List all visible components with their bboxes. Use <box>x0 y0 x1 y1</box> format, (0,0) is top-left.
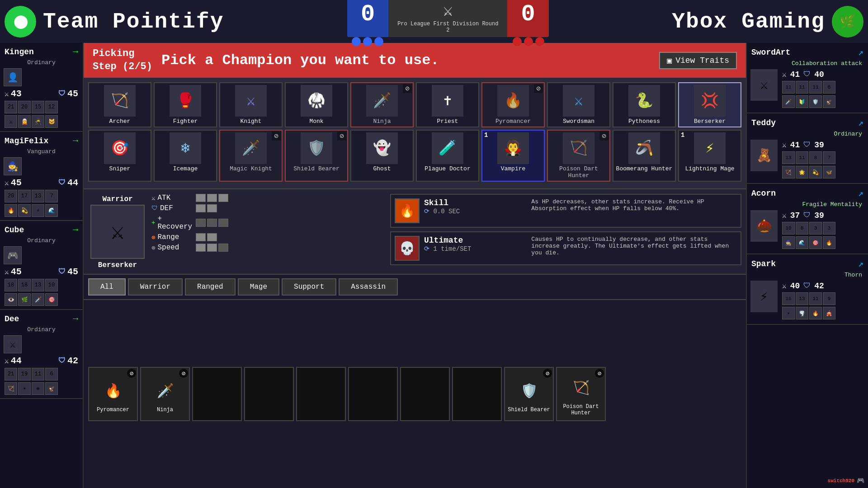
filter-tab-mage[interactable]: Mage <box>238 278 279 296</box>
right-player-section-1: Teddy ↗ Ordinary 🧸 ⚔ 41 🛡 39 131187 🏹🌟💫🦋 <box>747 113 868 184</box>
right-sidebar: SwordArt ↗ Collaboration attack ⚔️ ⚔ 41 … <box>746 43 868 488</box>
right-player-arrow-0[interactable]: ↗ <box>858 47 863 58</box>
ban-icon-13: ⊘ <box>337 131 346 141</box>
left-player-section-0: Kingen → Ordinary 👤 ⚔ 43 🛡 45 21201512 ⚔… <box>0 43 83 132</box>
right-player-arrow-1[interactable]: ↗ <box>858 117 863 128</box>
atk-bar-2 <box>207 194 217 202</box>
champion-grid-area: 🏹 Archer 🥊 Fighter ⚔️ Knight 🥋 Monk ⊘ 🗡️… <box>84 78 746 188</box>
left-player-arrow-0[interactable]: → <box>73 47 78 57</box>
left-player-avatar-row-1: 🧙 <box>2 156 80 177</box>
filter-tab-support[interactable]: Support <box>282 278 336 296</box>
champion-card-ninja[interactable]: ⊘ 🗡️ Ninja <box>350 82 414 127</box>
champion-card-magic-knight[interactable]: ⊘ 🗡️ Magic Knight <box>219 130 283 182</box>
left-stat-atk-0: ⚔ 43 <box>5 89 22 99</box>
champion-card-icemage[interactable]: ❄️ Icemage <box>154 130 217 182</box>
right-player-section-2: Acorn ↗ Fragile Mentality 🌰 ⚔ 37 🛡 39 10… <box>747 184 868 254</box>
right-champ-icon-2-1: 🌊 <box>796 236 808 249</box>
left-mini-stat-1-1: 17 <box>18 190 31 202</box>
right-player-name-2: Acorn <box>751 189 776 198</box>
champ-name-19: Lightning Mage <box>685 165 734 172</box>
champion-card-ghost[interactable]: 👻 Ghost <box>350 130 414 182</box>
center-area: Picking Step (2/5) Pick a Champion you w… <box>84 43 746 488</box>
left-player-section-2: Cube → Ordinary 🎮 ⚔ 45 🛡 45 18181310 👁️🌿… <box>0 221 83 310</box>
pick-header: Picking Step (2/5) Pick a Champion you w… <box>84 43 746 78</box>
right-mini-stat-3-3: 9 <box>823 292 835 305</box>
right-stats-row-3: ⚔ 40 🛡 42 <box>780 281 864 291</box>
bottom-ban-icon-1: ⊘ <box>179 369 188 378</box>
left-player-arrow-2[interactable]: → <box>73 225 78 235</box>
left-player-arrow-1[interactable]: → <box>73 136 78 146</box>
left-player-stats-3: ⚔ 44 🛡 42 <box>2 355 80 367</box>
left-player-role-3: Ordinary <box>2 325 80 334</box>
champ-name-0: Archer <box>109 118 131 125</box>
stat-range-bars <box>196 233 217 241</box>
left-mini-stat-0-1: 20 <box>18 101 31 113</box>
right-champ-display-1: 🧸 <box>750 140 778 171</box>
switch-brand: switch520 <box>828 478 854 483</box>
right-champ-icon-2-3: 🔥 <box>823 236 835 249</box>
champion-card-pythoness[interactable]: 🐍 Pythoness <box>613 82 676 127</box>
left-sidebar: Kingen → Ordinary 👤 ⚔ 43 🛡 45 21201512 ⚔… <box>0 43 84 488</box>
left-mini-stat-1-3: 7 <box>45 190 58 202</box>
champ-sprite-9: 💢 <box>694 85 726 117</box>
right-champ-icon-0-0: 🗡️ <box>782 95 795 108</box>
left-player-arrow-3[interactable]: → <box>73 314 78 324</box>
champion-card-vampire[interactable]: 1 🧛 Vampire <box>481 130 545 182</box>
right-mini-champs-1: 131187 <box>780 150 864 165</box>
champ-name-3: Monk <box>309 118 323 125</box>
filter-tab-ranged[interactable]: Ranged <box>185 278 236 296</box>
champion-card-boomerang-hunter[interactable]: 🪃 Boomerang Hunter <box>613 130 676 182</box>
champion-card-shield-bearer[interactable]: ⊘ 🛡️ Shield Bearer <box>285 130 348 182</box>
champion-card-berserker[interactable]: 💢 Berserker <box>678 82 741 127</box>
right-champ-icon-2-0: 🧙 <box>782 236 795 249</box>
left-player-name-1: MagiFelix <box>5 136 48 145</box>
filter-tab-warrior[interactable]: Warrior <box>128 278 183 296</box>
bottom-pick-slot-2 <box>192 367 242 421</box>
champion-card-monk[interactable]: 🥋 Monk <box>285 82 348 127</box>
champ-name-18: Boomerang Hunter <box>616 165 673 172</box>
champion-card-pyromancer[interactable]: ⊘ 🔥 Pyromancer <box>481 82 545 127</box>
bottom-pick-slot-3 <box>244 367 294 421</box>
speed-bar-2 <box>207 244 217 252</box>
champion-card-plague-doctor[interactable]: 🧪 Plague Doctor <box>416 130 479 182</box>
stat-atk-label: ⚔ ATK <box>151 194 192 202</box>
left-champ-icon-2-1: 🌿 <box>18 293 31 306</box>
champion-card-fighter[interactable]: 🥊 Fighter <box>154 82 217 127</box>
champ-name-5: Priest <box>437 118 458 125</box>
team-right: Ybox Gaming 🌿 <box>672 6 863 38</box>
champion-card-priest[interactable]: ✝️ Priest <box>416 82 479 127</box>
champion-card-archer[interactable]: 🏹 Archer <box>88 82 151 127</box>
champion-card-swordsman[interactable]: ⚔️ Swordsman <box>547 82 610 127</box>
champ-sprite-0: 🏹 <box>104 85 136 117</box>
bottom-pick-slot-0[interactable]: ⊘ 🔥 Pyromancer <box>88 367 138 421</box>
champ-sprite-14: 👻 <box>366 132 398 164</box>
right-player-section-3: Spark ↗ Thorn ⚡ ⚔ 40 🛡 42 1613119 ⚡🌪️🔥🎪 <box>747 254 868 325</box>
champ-sprite-1: 🥊 <box>170 85 201 117</box>
filter-tab-all[interactable]: All <box>88 278 126 296</box>
bottom-pick-sprite-1: 🗡️ <box>149 375 181 407</box>
champ-sprite-10: 🎯 <box>104 132 136 164</box>
champion-card-sniper[interactable]: 🎯 Sniper <box>88 130 151 182</box>
filter-tab-assassin[interactable]: Assassin <box>339 278 398 296</box>
right-player-arrow-2[interactable]: ↗ <box>858 188 863 199</box>
bottom-pick-slot-9[interactable]: ⊘ 🏹 Poison Dart Hunter <box>556 367 606 421</box>
view-traits-button[interactable]: ▣ View Traits <box>659 52 737 69</box>
champion-card-poison-dart-hunter[interactable]: ⊘ 🏹 Poison Dart Hunter <box>547 130 610 182</box>
ban-icon-6: ⊘ <box>534 84 543 93</box>
bottom-pick-slot-1[interactable]: ⊘ 🗡️ Ninja <box>140 367 190 421</box>
pick-step: Picking Step (2/5) <box>93 47 152 73</box>
rec-bar-1 <box>196 219 206 227</box>
right-champ-icon-1-1: 🌟 <box>796 166 808 178</box>
dot-blue-2 <box>363 37 372 46</box>
right-player-arrow-3[interactable]: ↗ <box>858 258 863 269</box>
bottom-pick-slot-8[interactable]: ⊘ 🛡️ Shield Bearer <box>504 367 554 421</box>
champ-name-17: Poison Dart Hunter <box>550 165 608 179</box>
left-mini-stat-2-2: 13 <box>32 279 44 291</box>
champion-card-knight[interactable]: ⚔️ Knight <box>219 82 283 127</box>
right-player-header-1: Teddy ↗ <box>749 116 866 130</box>
right-mini-champs-2: 10833 <box>780 221 864 235</box>
champion-card-lightning-mage[interactable]: 1 ⚡ Lightning Mage <box>678 130 741 182</box>
range-bar-1 <box>196 233 206 241</box>
left-stat-def-2: 🛡 45 <box>58 267 78 277</box>
left-mini-champs-0: 21201512 <box>2 100 80 114</box>
